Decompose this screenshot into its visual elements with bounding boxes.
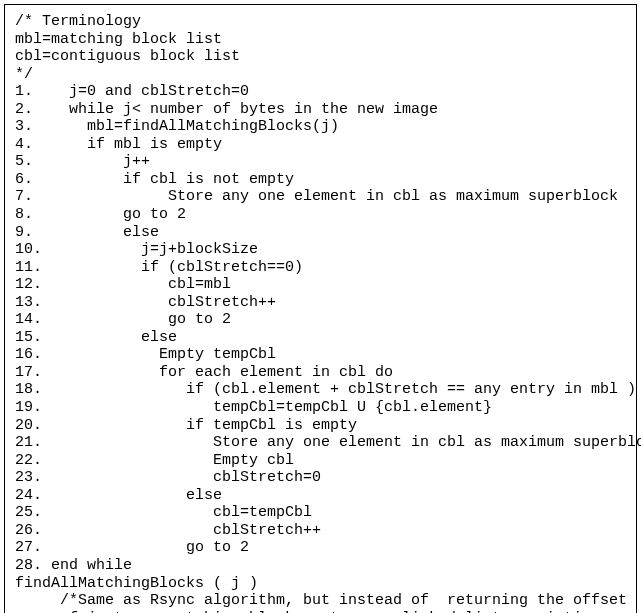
code-line-11: 11. if (cblStretch==0) <box>15 259 626 277</box>
code-line-7: 7. Store any one element in cbl as maxim… <box>15 188 626 206</box>
code-line-1: 1. j=0 and cblStretch=0 <box>15 83 626 101</box>
code-line-22: 22. Empty cbl <box>15 452 626 470</box>
code-line-14: 14. go to 2 <box>15 311 626 329</box>
code-line-3: 3. mbl=findAllMatchingBlocks(j) <box>15 118 626 136</box>
code-line-8: 8. go to 2 <box>15 206 626 224</box>
code-line-24: 24. else <box>15 487 626 505</box>
code-line-18: 18. if (cbl.element + cblStretch == any … <box>15 381 626 399</box>
code-line-23: 23. cblStretch=0 <box>15 469 626 487</box>
code-line-13: 13. cblStretch++ <box>15 294 626 312</box>
code-line-4: 4. if mbl is empty <box>15 136 626 154</box>
terminology-mbl: mbl=matching block list <box>15 31 626 49</box>
code-line-5: 5. j++ <box>15 153 626 171</box>
function-signature: findAllMatchingBlocks ( j ) <box>15 575 626 593</box>
code-line-15: 15. else <box>15 329 626 347</box>
code-line-28: 28. end while <box>15 557 626 575</box>
function-comment-2: of just one matching block, returns a li… <box>15 610 626 613</box>
code-line-20: 20. if tempCbl is empty <box>15 417 626 435</box>
code-line-26: 26. cblStretch++ <box>15 522 626 540</box>
code-line-17: 17. for each element in cbl do <box>15 364 626 382</box>
function-comment-1: /*Same as Rsync algorithm, but instead o… <box>15 592 626 610</box>
code-line-16: 16. Empty tempCbl <box>15 346 626 364</box>
code-line-27: 27. go to 2 <box>15 539 626 557</box>
code-line-25: 25. cbl=tempCbl <box>15 504 626 522</box>
code-line-21: 21. Store any one element in cbl as maxi… <box>15 434 626 452</box>
code-line-12: 12. cbl=mbl <box>15 276 626 294</box>
code-line-9: 9. else <box>15 224 626 242</box>
code-line-6: 6. if cbl is not empty <box>15 171 626 189</box>
terminology-open: /* Terminology <box>15 13 626 31</box>
code-page: /* Terminology mbl=matching block list c… <box>4 4 637 613</box>
terminology-cbl: cbl=contiguous block list <box>15 48 626 66</box>
code-line-19: 19. tempCbl=tempCbl U {cbl.element} <box>15 399 626 417</box>
code-line-2: 2. while j< number of bytes in the new i… <box>15 101 626 119</box>
code-line-10: 10. j=j+blockSize <box>15 241 626 259</box>
terminology-close: */ <box>15 66 626 84</box>
